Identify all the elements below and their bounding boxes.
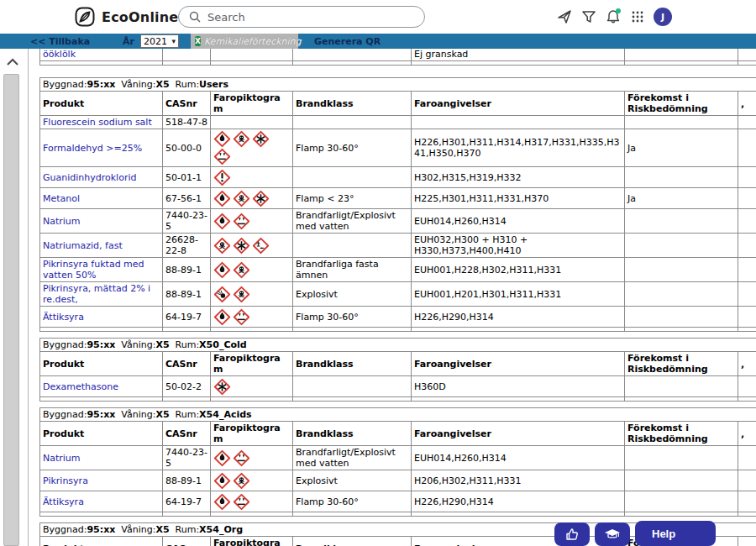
picto-corrosion-icon — [233, 449, 250, 467]
help-button[interactable]: Help — [635, 521, 716, 546]
share-icon[interactable] — [556, 8, 573, 25]
table-row: Guanidinhydroklorid50-01-1H302,H315,H319… — [40, 167, 756, 188]
section-heading: Byggnad:95:xx Våning:X5 Rum:X54_Acids — [40, 408, 756, 422]
picto-flame-icon — [213, 472, 231, 490]
product-link[interactable]: Pikrinsyra — [43, 475, 88, 486]
product-link[interactable]: Pikrinsyra fuktad med vatten 50% — [43, 259, 144, 281]
product-cell: Pikrinsyra, mättad 2% i re.dest, — [40, 282, 163, 307]
extra-cell — [738, 307, 756, 328]
product-link[interactable]: Metanol — [43, 193, 80, 204]
tab-label: Kemikalieförteckning — [204, 36, 302, 47]
casnr-cell: 88-89-1 — [163, 258, 211, 282]
back-link[interactable]: << Tillbaka — [30, 34, 90, 49]
picto-health-icon — [252, 190, 270, 207]
feedback-thumbs-up-button[interactable] — [554, 522, 590, 546]
picto-skull-icon — [233, 261, 250, 279]
brandklass-cell: Flamp < 23° — [293, 188, 412, 209]
spacer-row — [40, 397, 756, 402]
picto-flame-icon — [213, 493, 231, 511]
column-header: Brandklass — [293, 422, 412, 446]
notifications-bell-icon[interactable] — [605, 8, 622, 25]
column-header: , — [738, 537, 756, 546]
picto-flame-icon — [213, 190, 231, 207]
academy-graduation-cap-button[interactable] — [595, 522, 630, 546]
brandklass-cell: Flamp 30-60° — [293, 129, 412, 167]
column-header: CASnr — [163, 92, 211, 116]
extra-cell — [738, 234, 756, 258]
pictogram-cell — [211, 446, 293, 470]
column-header: Faroangivelser — [412, 537, 625, 546]
picto-environment-icon — [252, 237, 270, 255]
section-heading-row: Byggnad:95:xx Våning:X5 Rum:Users — [40, 78, 756, 92]
product-link[interactable]: ööklölk — [43, 49, 76, 60]
product-link[interactable]: Formaldehyd >=25% — [43, 143, 142, 154]
pictogram-cell — [211, 234, 293, 258]
faroangivelser-cell: H226,H290,H314 — [412, 491, 625, 512]
forekomst-cell — [625, 307, 738, 328]
picto-health-icon — [213, 378, 231, 396]
product-link[interactable]: Ättiksyra — [43, 496, 84, 507]
product-link[interactable]: Guanidinhydroklorid — [43, 172, 136, 183]
extra-cell — [738, 49, 756, 61]
product-link[interactable]: Natrium — [43, 216, 81, 227]
picto-corrosion-icon — [233, 308, 250, 326]
faroangivelser-cell: H226,H301,H311,H314,H317,H331,H335,H341,… — [412, 129, 625, 167]
pictogram-cell — [211, 282, 293, 307]
faroangivelser-cell — [412, 116, 625, 129]
brand-name: EcoOnline — [102, 9, 178, 25]
casnr-cell: 26628-22-8 — [163, 234, 211, 258]
scroll-up-icon[interactable] — [6, 54, 19, 70]
table-row: Natrium7440-23-5Brandfarligt/Explosivt m… — [40, 209, 756, 234]
generate-qr-button[interactable]: Generera QR — [314, 34, 381, 49]
casnr-cell: 50-00-0 — [163, 129, 211, 167]
app-header: EcoOnline J — [0, 0, 756, 34]
extra-cell — [738, 129, 756, 167]
user-avatar[interactable]: J — [654, 8, 672, 26]
tab-kemikalieforteckning[interactable]: X Kemikalieförteckning — [191, 34, 298, 49]
pictogram-cell — [211, 129, 293, 167]
forekomst-cell — [625, 282, 738, 307]
section-heading: Byggnad:95:xx Våning:X5 Rum:Users — [40, 78, 756, 92]
spacer-row — [40, 328, 756, 332]
apps-grid-icon[interactable] — [629, 8, 646, 25]
product-link[interactable]: Ättiksyra — [43, 312, 84, 323]
year-select[interactable]: 2021 ▾ — [140, 34, 179, 48]
picto-flame-icon — [213, 213, 231, 230]
product-cell: Natriumazid, fast — [40, 234, 163, 258]
vertical-scrollbar[interactable] — [3, 74, 19, 546]
extra-cell — [738, 116, 756, 129]
column-header: Faroangivelser — [412, 422, 625, 446]
column-header: Faropiktogram — [211, 352, 293, 376]
pictogram-cell — [211, 376, 293, 397]
forekomst-cell — [625, 258, 738, 282]
product-link[interactable]: Natrium — [43, 453, 81, 464]
search-icon — [189, 11, 201, 23]
content-area: ööklölkEj granskadByggnad:95:xx Våning:X… — [0, 49, 756, 546]
product-link[interactable]: Dexamethasone — [43, 381, 118, 392]
year-label: År — [123, 34, 134, 49]
forekomst-cell: Ja — [625, 129, 738, 167]
extra-cell — [738, 446, 756, 470]
column-header: , — [738, 92, 756, 116]
search-bar[interactable] — [178, 6, 425, 28]
filter-icon[interactable] — [580, 8, 597, 25]
extra-cell — [738, 470, 756, 491]
product-link[interactable]: Pikrinsyra, mättad 2% i re.dest, — [43, 283, 150, 305]
casnr-cell — [163, 49, 211, 61]
pictogram-cell — [211, 307, 293, 328]
pictogram-cell — [211, 209, 293, 234]
product-link[interactable]: Fluorescein sodium salt — [43, 117, 152, 128]
column-header: CASnr — [163, 352, 211, 376]
search-input[interactable] — [207, 11, 392, 24]
pictogram-cell — [211, 116, 293, 129]
year-select-value: 2021 — [144, 36, 167, 47]
extra-cell — [738, 167, 756, 188]
pictogram-cell — [211, 470, 293, 491]
product-cell: Formaldehyd >=25% — [40, 129, 163, 167]
table-row: Dexamethasone50-02-2H360D — [40, 376, 756, 397]
column-header-row: ProduktCASnrFaropiktogramBrandklassFaroa… — [40, 92, 756, 116]
faroangivelser-cell: H226,H290,H314 — [412, 307, 625, 328]
product-link[interactable]: Natriumazid, fast — [43, 240, 123, 251]
table-row: Natriumazid, fast26628-22-8EUH032,H300 +… — [40, 234, 756, 258]
extra-cell — [738, 209, 756, 234]
